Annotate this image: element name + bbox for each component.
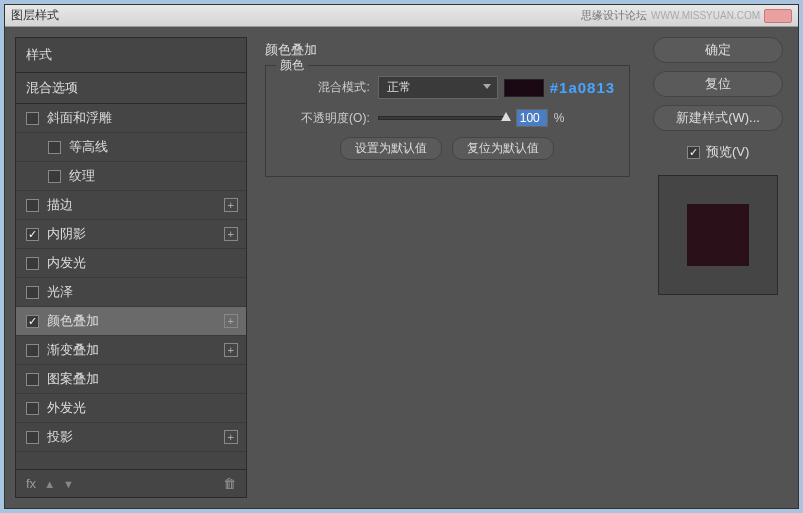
plus-icon[interactable]: + (224, 227, 238, 241)
reset-button[interactable]: 复位 (653, 71, 783, 97)
plus-icon[interactable]: + (224, 343, 238, 357)
slider-thumb-icon[interactable] (501, 112, 511, 121)
plus-icon[interactable]: + (224, 198, 238, 212)
style-label: 内发光 (47, 254, 86, 272)
reset-default-button[interactable]: 复位为默认值 (452, 137, 554, 160)
style-item-11[interactable]: 投影+ (16, 423, 246, 452)
main-panel: 颜色叠加 颜色 混合模式: 正常 #1a0813 不透明度(O): 100 % … (255, 37, 640, 498)
style-label: 等高线 (69, 138, 108, 156)
style-item-5[interactable]: 内发光 (16, 249, 246, 278)
style-checkbox[interactable] (26, 199, 39, 212)
style-label: 光泽 (47, 283, 73, 301)
style-item-1[interactable]: 等高线 (16, 133, 246, 162)
style-label: 颜色叠加 (47, 312, 99, 330)
style-label: 投影 (47, 428, 73, 446)
make-default-button[interactable]: 设置为默认值 (340, 137, 442, 160)
style-checkbox[interactable] (48, 141, 61, 154)
styles-sidebar: 样式 混合选项 斜面和浮雕等高线纹理描边+内阴影+内发光光泽颜色叠加+渐变叠加+… (15, 37, 247, 498)
style-checkbox[interactable] (26, 228, 39, 241)
style-label: 外发光 (47, 399, 86, 417)
style-item-7[interactable]: 颜色叠加+ (16, 307, 246, 336)
opacity-label: 不透明度(O): (280, 110, 370, 127)
color-swatch[interactable] (504, 79, 544, 97)
move-up-icon[interactable]: ▲ (44, 478, 55, 490)
style-label: 描边 (47, 196, 73, 214)
style-checkbox[interactable] (26, 431, 39, 444)
preview-toggle[interactable]: 预览(V) (687, 143, 749, 161)
opacity-input[interactable]: 100 (516, 109, 548, 127)
style-label: 图案叠加 (47, 370, 99, 388)
style-checkbox[interactable] (26, 373, 39, 386)
fx-menu[interactable]: fx (26, 476, 36, 491)
preview-label: 预览(V) (706, 143, 749, 161)
watermark-url: WWW.MISSYUAN.COM (651, 10, 760, 21)
style-checkbox[interactable] (26, 344, 39, 357)
plus-icon[interactable]: + (224, 430, 238, 444)
sidebar-footer: fx ▲ ▼ 🗑 (16, 469, 246, 497)
style-checkbox[interactable] (26, 315, 39, 328)
fieldset-legend: 颜色 (276, 57, 308, 74)
preview-box (658, 175, 778, 295)
hex-value: #1a0813 (550, 79, 615, 96)
opacity-unit: % (554, 111, 565, 125)
style-checkbox[interactable] (26, 286, 39, 299)
style-checkbox[interactable] (26, 257, 39, 270)
style-checkbox[interactable] (48, 170, 61, 183)
plus-icon[interactable]: + (224, 314, 238, 328)
titlebar: 图层样式 思缘设计论坛 WWW.MISSYUAN.COM (5, 5, 798, 27)
blend-mode-select[interactable]: 正常 (378, 76, 498, 99)
style-checkbox[interactable] (26, 402, 39, 415)
style-item-10[interactable]: 外发光 (16, 394, 246, 423)
blend-mode-label: 混合模式: (280, 79, 370, 96)
color-fieldset: 颜色 混合模式: 正常 #1a0813 不透明度(O): 100 % 设置为默认… (265, 65, 630, 177)
style-item-6[interactable]: 光泽 (16, 278, 246, 307)
style-checkbox[interactable] (26, 112, 39, 125)
preview-swatch (687, 204, 749, 266)
window-title: 图层样式 (11, 7, 59, 24)
style-item-3[interactable]: 描边+ (16, 191, 246, 220)
close-button[interactable] (764, 9, 792, 23)
sidebar-styles-header[interactable]: 样式 (16, 38, 246, 73)
style-label: 渐变叠加 (47, 341, 99, 359)
preview-checkbox[interactable] (687, 146, 700, 159)
move-down-icon[interactable]: ▼ (63, 478, 74, 490)
trash-icon[interactable]: 🗑 (223, 476, 236, 491)
style-label: 纹理 (69, 167, 95, 185)
panel-title: 颜色叠加 (265, 41, 630, 59)
ok-button[interactable]: 确定 (653, 37, 783, 63)
style-item-2[interactable]: 纹理 (16, 162, 246, 191)
new-style-button[interactable]: 新建样式(W)... (653, 105, 783, 131)
opacity-slider[interactable] (378, 116, 508, 120)
style-item-9[interactable]: 图案叠加 (16, 365, 246, 394)
sidebar-blending-header[interactable]: 混合选项 (16, 73, 246, 104)
style-label: 斜面和浮雕 (47, 109, 112, 127)
style-item-4[interactable]: 内阴影+ (16, 220, 246, 249)
style-label: 内阴影 (47, 225, 86, 243)
style-item-8[interactable]: 渐变叠加+ (16, 336, 246, 365)
style-item-0[interactable]: 斜面和浮雕 (16, 104, 246, 133)
watermark-text: 思缘设计论坛 (581, 8, 647, 23)
right-panel: 确定 复位 新建样式(W)... 预览(V) (648, 37, 788, 498)
